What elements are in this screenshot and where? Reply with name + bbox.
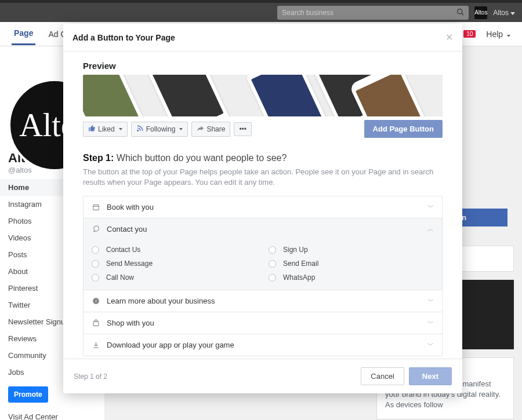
- caret-down-icon: [510, 12, 515, 15]
- option-contact-us[interactable]: Contact Us: [92, 246, 257, 254]
- preview-liked-button[interactable]: Liked: [83, 122, 128, 137]
- close-icon[interactable]: ✕: [445, 32, 453, 43]
- caret-down-icon: [507, 35, 510, 37]
- radio-icon: [269, 246, 276, 254]
- notification-badge[interactable]: 10: [463, 30, 476, 38]
- accordion-contact-you[interactable]: Contact you︿: [84, 218, 442, 240]
- thumb-up-icon: [88, 125, 96, 134]
- share-icon: [197, 125, 204, 134]
- button-categories-accordion: Book with you﹀Contact you︿Contact UsSign…: [83, 196, 443, 356]
- radio-icon: [269, 274, 276, 282]
- search-input[interactable]: [282, 9, 456, 17]
- accordion-book-with-you[interactable]: Book with you﹀: [84, 196, 442, 218]
- accordion-label: Contact you: [107, 225, 147, 233]
- bag-icon: [92, 319, 100, 327]
- radio-icon: [92, 246, 99, 254]
- accordion-shop-with-you[interactable]: Shop with you﹀: [84, 312, 442, 334]
- option-label: Call Now: [106, 273, 134, 282]
- caret-down-icon: [179, 128, 183, 130]
- caret-down-icon: [119, 128, 122, 130]
- modal-footer: Step 1 of 2 Cancel Next: [63, 359, 462, 393]
- option-send-message[interactable]: Send Message: [92, 260, 257, 268]
- chat-icon: [92, 225, 100, 233]
- option-label: Contact Us: [106, 246, 140, 254]
- accordion-label: Book with you: [107, 203, 154, 211]
- option-send-email[interactable]: Send Email: [269, 260, 434, 268]
- modal-title: Add a Button to Your Page: [72, 33, 175, 42]
- chevron-down-icon: ﹀: [427, 319, 434, 327]
- brand-name[interactable]: Altos: [493, 9, 515, 17]
- radio-icon: [92, 274, 99, 282]
- chevron-down-icon: ﹀: [427, 297, 434, 305]
- svg-rect-8: [93, 205, 99, 210]
- help-menu[interactable]: Help: [486, 30, 510, 39]
- svg-line-1: [462, 13, 463, 14]
- step-counter: Step 1 of 2: [74, 372, 107, 381]
- option-call-now[interactable]: Call Now: [92, 273, 257, 282]
- preview-following-button[interactable]: Following: [131, 122, 188, 137]
- radio-icon: [92, 260, 99, 268]
- calendar-icon: [92, 203, 100, 211]
- visit-ad-center-link[interactable]: Visit Ad Center: [0, 408, 104, 420]
- radio-icon: [269, 260, 276, 268]
- add-page-button[interactable]: Add Page Button: [364, 120, 443, 138]
- option-sign-up[interactable]: Sign Up: [269, 246, 434, 254]
- accordion-label: Learn more about your business: [107, 297, 215, 305]
- download-icon: [92, 341, 100, 349]
- topbar: Altos Altos: [0, 0, 522, 22]
- brand-logo[interactable]: Altos: [474, 6, 487, 19]
- search-wrap[interactable]: [277, 6, 469, 20]
- accordion-label: Shop with you: [107, 319, 154, 327]
- preview-image: [83, 75, 443, 116]
- svg-rect-14: [93, 322, 99, 326]
- svg-point-0: [458, 9, 462, 13]
- accordion-learn-more-about-your-business[interactable]: iLearn more about your business﹀: [84, 290, 442, 312]
- option-label: Send Message: [106, 260, 153, 268]
- svg-point-7: [137, 130, 139, 131]
- option-label: Send Email: [283, 260, 318, 268]
- chevron-down-icon: ﹀: [427, 341, 434, 349]
- step-heading: Step 1: Which button do you want people …: [83, 153, 443, 163]
- step-description: The button at the top of your Page helps…: [83, 167, 443, 188]
- add-button-modal: Add a Button to Your Page ✕ Preview Like…: [63, 24, 462, 393]
- next-button[interactable]: Next: [409, 367, 452, 385]
- chevron-up-icon: ︿: [427, 225, 434, 233]
- preview-label: Preview: [83, 61, 443, 71]
- option-label: WhatsApp: [283, 273, 315, 282]
- nav-tab-page[interactable]: Page: [12, 23, 35, 45]
- accordion-label: Download your app or play your game: [107, 341, 234, 349]
- option-whatsapp[interactable]: WhatsApp: [269, 273, 434, 282]
- chevron-down-icon: ﹀: [427, 203, 434, 211]
- svg-text:i: i: [95, 299, 96, 304]
- modal-header: Add a Button to Your Page ✕: [63, 24, 462, 52]
- cancel-button[interactable]: Cancel: [361, 367, 404, 385]
- promote-button[interactable]: Promote: [8, 386, 48, 403]
- info-icon: i: [92, 297, 100, 305]
- preview-more-button[interactable]: •••: [234, 122, 252, 136]
- preview-share-button[interactable]: Share: [191, 122, 230, 137]
- option-label: Sign Up: [283, 246, 308, 254]
- accordion-download-your-app-or-play-your-game[interactable]: Download your app or play your game﹀: [84, 334, 442, 356]
- search-icon: [456, 8, 464, 17]
- rss-icon: [136, 125, 144, 134]
- preview-actions: Liked Following Share ••• Add Page Butto…: [83, 116, 443, 138]
